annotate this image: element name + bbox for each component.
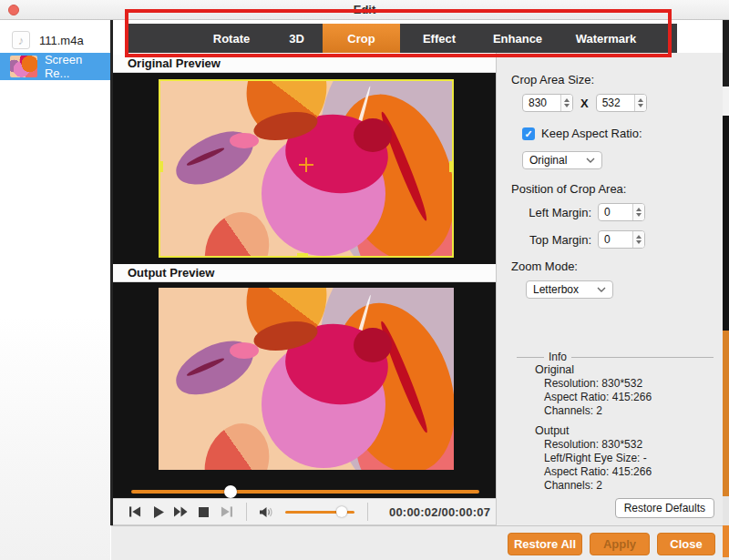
app-window: Edit ♪ 111.m4a Screen Re... Rotate 3D Cr… xyxy=(0,0,729,560)
left-margin-input[interactable]: 0 xyxy=(598,203,645,221)
crop-width-stepper[interactable] xyxy=(560,95,572,111)
close-button[interactable]: Close xyxy=(657,533,715,555)
aspect-ratio-dropdown[interactable]: Original xyxy=(522,151,602,169)
seek-bar[interactable] xyxy=(131,485,479,498)
stepper-down-icon[interactable] xyxy=(636,213,642,217)
crop-area-size-label: Crop Area Size: xyxy=(511,73,723,87)
stepper-down-icon[interactable] xyxy=(638,104,643,107)
chevron-down-icon xyxy=(597,287,606,292)
restore-defaults-button[interactable]: Restore Defaults xyxy=(615,498,714,518)
play-button[interactable] xyxy=(147,503,169,521)
original-preview-artwork xyxy=(159,79,454,258)
crop-width-input[interactable]: 830 xyxy=(522,94,573,112)
info-line: Left/Right Eye Size: - xyxy=(517,452,714,465)
info-line: Aspect Ratio: 415:266 xyxy=(517,391,714,404)
file-name: 111.m4a xyxy=(39,34,84,47)
output-preview-artwork xyxy=(159,288,454,470)
dialog-footer: Restore All Apply Close xyxy=(111,525,729,560)
scrollbar-thumb[interactable] xyxy=(723,87,729,116)
size-x-separator: X xyxy=(580,97,589,110)
file-list-sidebar: ♪ 111.m4a Screen Re... xyxy=(0,20,110,560)
info-line: Aspect Ratio: 415:266 xyxy=(517,465,714,479)
position-of-crop-area-label: Position of Crop Area: xyxy=(511,182,723,196)
sidebar-item-audio[interactable]: ♪ 111.m4a xyxy=(0,27,110,53)
next-icon xyxy=(221,506,232,517)
restore-all-button[interactable]: Restore All xyxy=(508,533,582,555)
crop-handle-right[interactable] xyxy=(449,161,453,172)
left-margin-stepper[interactable] xyxy=(632,204,644,220)
crop-height-stepper[interactable] xyxy=(634,95,646,111)
stepper-down-icon[interactable] xyxy=(636,240,642,244)
sidebar-item-video-selected[interactable]: Screen Re... xyxy=(0,53,110,80)
stepper-up-icon[interactable] xyxy=(636,235,642,239)
top-margin-value[interactable]: 0 xyxy=(599,231,632,248)
info-line: Resolution: 830*532 xyxy=(517,377,714,391)
next-button[interactable] xyxy=(215,503,238,521)
speaker-icon xyxy=(260,506,273,518)
original-preview-area xyxy=(113,73,496,264)
info-output-header: Output xyxy=(517,424,714,438)
left-margin-label: Left Margin: xyxy=(511,206,591,219)
chevron-down-icon xyxy=(586,158,595,163)
top-margin-stepper[interactable] xyxy=(632,231,644,248)
separator xyxy=(246,503,247,521)
stepper-down-icon[interactable] xyxy=(564,104,570,107)
volume-mute-button[interactable] xyxy=(255,503,278,521)
seek-thumb[interactable] xyxy=(224,485,237,498)
annotation-red-rectangle xyxy=(125,9,672,57)
keep-aspect-ratio-label: Keep Aspect Ratio: xyxy=(541,127,642,140)
stepper-up-icon[interactable] xyxy=(638,98,643,102)
top-margin-label: Top Margin: xyxy=(511,233,591,247)
separator xyxy=(367,503,368,521)
zoom-mode-value: Letterbox xyxy=(533,283,579,296)
window-right-edge-strip xyxy=(723,20,729,560)
aspect-ratio-value: Original xyxy=(529,154,567,167)
output-preview-area xyxy=(113,282,496,498)
top-margin-input[interactable]: 0 xyxy=(598,230,645,249)
info-line: Channels: 2 xyxy=(517,404,714,418)
info-line: Resolution: 830*532 xyxy=(517,438,714,452)
fast-forward-button[interactable] xyxy=(169,503,192,521)
music-note-icon: ♪ xyxy=(12,31,30,49)
stepper-up-icon[interactable] xyxy=(636,208,642,211)
crop-width-value[interactable]: 830 xyxy=(523,95,560,111)
output-preview-label: Output Preview xyxy=(113,264,496,282)
original-preview-label: Original Preview xyxy=(113,55,496,73)
stepper-up-icon[interactable] xyxy=(564,98,570,102)
stop-button[interactable] xyxy=(192,503,215,521)
crop-handle-left[interactable] xyxy=(159,161,163,172)
previous-icon xyxy=(129,506,141,517)
info-section: Info Original Resolution: 830*532 Aspect… xyxy=(517,357,714,493)
crop-height-value[interactable]: 532 xyxy=(597,95,634,111)
zoom-mode-dropdown[interactable]: Letterbox xyxy=(526,280,613,299)
volume-slider[interactable] xyxy=(285,506,354,517)
playback-control-bar: 00:00:02/00:00:07 xyxy=(113,498,496,525)
left-margin-value[interactable]: 0 xyxy=(599,204,632,220)
crop-height-input[interactable]: 532 xyxy=(596,94,647,112)
crop-settings-panel: Crop Area Size: 830 X 532 ✓ Keep Aspect … xyxy=(496,53,723,525)
play-icon xyxy=(153,506,164,518)
zoom-mode-label: Zoom Mode: xyxy=(511,260,723,273)
seek-track[interactable] xyxy=(131,490,479,494)
info-original-header: Original xyxy=(517,363,714,377)
apply-button[interactable]: Apply xyxy=(590,533,650,555)
volume-thumb[interactable] xyxy=(336,506,347,517)
previous-button[interactable] xyxy=(124,503,147,521)
info-line: Channels: 2 xyxy=(517,479,714,493)
keep-aspect-ratio-checkbox[interactable]: ✓ xyxy=(522,127,535,140)
playback-time: 00:00:02/00:00:07 xyxy=(389,505,490,519)
fast-forward-icon xyxy=(174,506,188,517)
stop-icon xyxy=(199,507,209,517)
info-title: Info xyxy=(544,351,571,363)
crop-handle-bottom[interactable] xyxy=(297,253,308,257)
video-thumbnail xyxy=(10,56,37,77)
file-name: Screen Re... xyxy=(45,53,110,80)
